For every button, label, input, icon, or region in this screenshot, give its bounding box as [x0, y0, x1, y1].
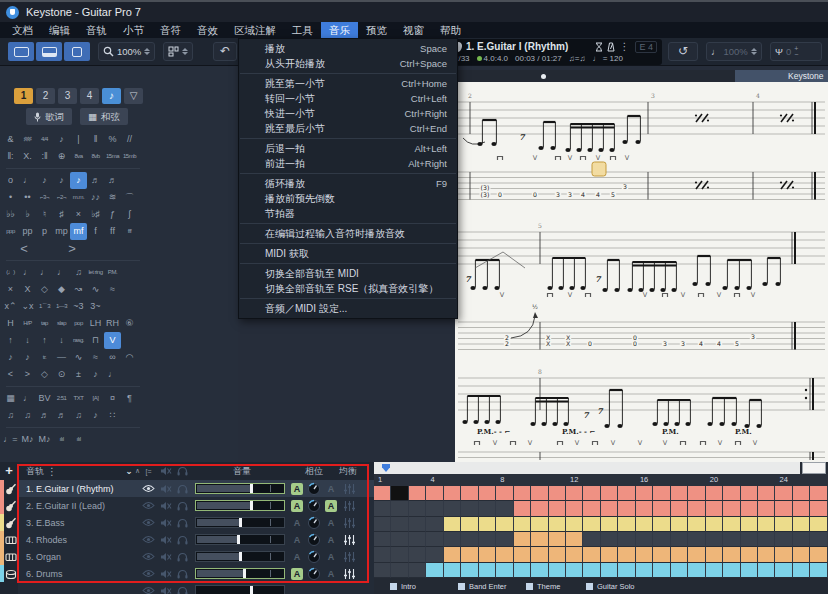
- timeline-cell[interactable]: [653, 501, 670, 516]
- timeline-cell[interactable]: [618, 501, 635, 516]
- menu-item-14[interactable]: 节拍器: [239, 206, 457, 221]
- timeline-cell[interactable]: [653, 517, 670, 532]
- timeline-cell[interactable]: [374, 563, 391, 578]
- mixer-track-row-5[interactable]: 5. OrganAA: [18, 548, 374, 565]
- palette-icon-r11c8[interactable]: ⑥: [121, 315, 138, 332]
- timeline-cell[interactable]: [549, 517, 566, 532]
- solo-headphones-icon[interactable]: [174, 552, 191, 562]
- palette-icon-r12c1[interactable]: ↑: [2, 332, 19, 349]
- palette-icon-r8c2[interactable]: ♩: [19, 264, 36, 281]
- timeline-cell[interactable]: [758, 501, 775, 516]
- palette-icon-r2c5[interactable]: 8va: [70, 148, 87, 165]
- timeline-cell[interactable]: [566, 501, 583, 516]
- menubar-item-11[interactable]: 视窗: [395, 22, 432, 38]
- timeline-cell[interactable]: [479, 563, 496, 578]
- timeline-cell[interactable]: [688, 501, 705, 516]
- solo-headphones-icon[interactable]: [174, 569, 191, 579]
- timeline-cell[interactable]: [583, 486, 600, 501]
- menu-item-20[interactable]: 切换全部音轨至 MIDI: [239, 266, 457, 281]
- palette-icon-r4c4[interactable]: ⌐2¬: [53, 189, 70, 206]
- score-scrollbar[interactable]: [374, 462, 800, 474]
- timeline-cell[interactable]: [618, 563, 635, 578]
- timeline-cell[interactable]: [391, 501, 408, 516]
- zoom-stepper[interactable]: [144, 48, 150, 55]
- timeline-cell[interactable]: [549, 563, 566, 578]
- timeline-cell[interactable]: [531, 517, 548, 532]
- volume-automation-button[interactable]: A: [291, 483, 303, 495]
- palette-icon-r17c3[interactable]: M♪: [36, 431, 53, 448]
- palette-icon-r2c4[interactable]: ⊕: [53, 148, 70, 165]
- solo-headphones-icon[interactable]: [174, 586, 191, 594]
- section-marker-1[interactable]: Intro: [390, 582, 416, 591]
- palette-icon-r7c1[interactable]: <: [2, 240, 50, 257]
- palette-icon-r6c8[interactable]: fff: [121, 223, 138, 240]
- timeline-cell[interactable]: [374, 532, 391, 547]
- mixer-track-row-partial[interactable]: [18, 582, 374, 594]
- timeline-cell[interactable]: [636, 532, 653, 547]
- palette-icon-r2c8[interactable]: 15mb: [121, 148, 138, 165]
- palette-icon-r9c1[interactable]: ×: [2, 281, 19, 298]
- menu-item-21[interactable]: 切换全部音轨至 RSE（拟真音效引擎）: [239, 281, 457, 296]
- instrument-chip-6[interactable]: [0, 565, 18, 582]
- timeline-cell[interactable]: [810, 547, 827, 562]
- mute-icon[interactable]: [157, 518, 174, 528]
- palette-icon-r14c7[interactable]: ♩: [104, 366, 121, 383]
- palette-icon-r15c7[interactable]: ¤: [104, 390, 121, 407]
- solo-headphones-icon[interactable]: [174, 518, 191, 528]
- palette-icon-r4c7[interactable]: ≋: [104, 189, 121, 206]
- solo-headphones-icon[interactable]: [174, 501, 191, 511]
- palette-icon-r16c2[interactable]: ♫: [19, 407, 36, 424]
- timeline-cell[interactable]: [409, 501, 426, 516]
- timeline-cell[interactable]: [461, 486, 478, 501]
- timeline-cell[interactable]: [758, 532, 775, 547]
- timeline-cell[interactable]: [426, 517, 443, 532]
- menubar-item-6[interactable]: 音效: [189, 22, 226, 38]
- visibility-eye-icon[interactable]: [140, 552, 157, 561]
- menu-item-13[interactable]: 播放前预先倒数: [239, 191, 457, 206]
- timeline-cell[interactable]: [671, 501, 688, 516]
- timeline-cell[interactable]: [723, 532, 740, 547]
- lyrics-button[interactable]: 歌词: [26, 108, 72, 125]
- timeline-cell[interactable]: [409, 486, 426, 501]
- timeline-cell[interactable]: [514, 501, 531, 516]
- timeline-cell[interactable]: [391, 547, 408, 562]
- page-view-button[interactable]: [8, 42, 34, 61]
- mute-icon[interactable]: [157, 535, 174, 545]
- instrument-chip-5[interactable]: [0, 548, 18, 565]
- menu-item-6[interactable]: 快进一小节Ctrl+Right: [239, 106, 457, 121]
- timeline-cell[interactable]: [688, 486, 705, 501]
- volume-handle[interactable]: [239, 552, 242, 561]
- layout-control[interactable]: [163, 42, 193, 61]
- timeline-cell[interactable]: [601, 517, 618, 532]
- timeline-cell[interactable]: [810, 532, 827, 547]
- timeline-cell[interactable]: [549, 547, 566, 562]
- palette-icon-r6c2[interactable]: pp: [19, 223, 36, 240]
- timeline-cell[interactable]: [775, 486, 792, 501]
- volume-slider[interactable]: [195, 517, 285, 528]
- pan-automation-button[interactable]: A: [328, 518, 335, 528]
- timeline-cell[interactable]: [775, 547, 792, 562]
- menu-item-23[interactable]: 音频／MIDI 設定...: [239, 301, 457, 316]
- palette-icon-r5c7[interactable]: ƒ: [104, 206, 121, 223]
- timeline-cell[interactable]: [409, 563, 426, 578]
- instrument-chip-2[interactable]: [0, 497, 18, 514]
- palette-icon-r10c1[interactable]: x⌃: [2, 298, 19, 315]
- timeline-cell[interactable]: [723, 501, 740, 516]
- voice-button-1[interactable]: 1: [14, 88, 33, 104]
- timeline-cell[interactable]: [775, 517, 792, 532]
- volume-slider[interactable]: [195, 551, 285, 562]
- palette-icon-r17c1[interactable]: ♩=: [2, 431, 19, 448]
- timeline-cell[interactable]: [793, 501, 810, 516]
- palette-icon-r14c3[interactable]: ◇: [36, 366, 53, 383]
- pan-knob[interactable]: [305, 499, 323, 513]
- palette-icon-r16c1[interactable]: ♫: [2, 407, 19, 424]
- timeline-cell[interactable]: [775, 532, 792, 547]
- palette-icon-r4c5[interactable]: m.m.: [70, 189, 87, 206]
- timeline-cell[interactable]: [723, 563, 740, 578]
- timeline-cell[interactable]: [706, 563, 723, 578]
- timeline-cell[interactable]: [461, 563, 478, 578]
- timeline-cell[interactable]: [741, 517, 758, 532]
- mixer-track-row-4[interactable]: 4. RhodesAA: [18, 531, 374, 548]
- palette-icon-r3c7[interactable]: ♬: [104, 172, 121, 189]
- palette-icon-r16c4[interactable]: ♬: [53, 407, 70, 424]
